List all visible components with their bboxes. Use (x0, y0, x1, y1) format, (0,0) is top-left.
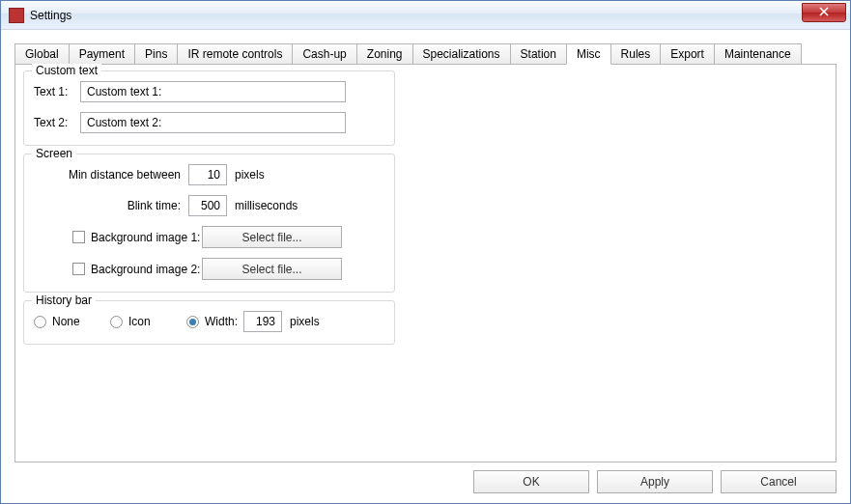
group-screen: Screen Min distance between pixels Blink… (23, 154, 395, 293)
label-text2: Text 2: (34, 116, 80, 129)
dialog-footer: OK Apply Cancel (14, 462, 837, 495)
group-custom-text: Custom text Text 1: Text 2: (23, 70, 395, 146)
label-bg1: Background image 1: (91, 231, 202, 244)
label-min-distance: Min distance between (34, 168, 188, 182)
group-title-custom: Custom text (32, 64, 101, 77)
button-select-file-2[interactable]: Select file... (202, 258, 342, 280)
tab-pins[interactable]: Pins (134, 43, 178, 64)
group-title-history: History bar (32, 294, 96, 307)
button-select-file-1[interactable]: Select file... (202, 226, 342, 248)
input-width[interactable] (243, 311, 282, 332)
tab-ir-remote[interactable]: IR remote controls (177, 43, 293, 64)
group-history-bar: History bar None Icon Width: pixels (23, 300, 395, 345)
tab-station[interactable]: Station (510, 43, 567, 64)
cancel-button[interactable]: Cancel (721, 470, 837, 493)
label-icon: Icon (128, 315, 186, 328)
tab-rules[interactable]: Rules (610, 43, 662, 64)
app-icon (9, 8, 24, 23)
titlebar: Settings (1, 1, 850, 30)
input-text1[interactable] (80, 81, 346, 102)
input-blink-time[interactable] (188, 195, 227, 216)
input-text2[interactable] (80, 112, 346, 133)
tab-global[interactable]: Global (14, 43, 70, 64)
label-width: Width: (205, 315, 243, 328)
radio-icon[interactable] (110, 316, 123, 328)
tab-payment[interactable]: Payment (69, 43, 135, 64)
radio-none[interactable] (34, 316, 46, 328)
input-min-distance[interactable] (188, 164, 227, 185)
label-text1: Text 1: (34, 85, 80, 98)
checkbox-bg1[interactable] (72, 231, 85, 243)
window-title: Settings (30, 9, 71, 22)
tab-export[interactable]: Export (660, 43, 715, 64)
tab-specializations[interactable]: Specializations (412, 43, 511, 64)
tab-misc[interactable]: Misc (566, 43, 611, 65)
label-bg2: Background image 2: (91, 263, 202, 276)
checkbox-bg2[interactable] (72, 263, 85, 275)
tab-content-misc: Custom text Text 1: Text 2: Screen Min d… (14, 65, 837, 462)
ok-button[interactable]: OK (473, 470, 589, 493)
tab-maintenance[interactable]: Maintenance (714, 43, 802, 64)
tab-cashup[interactable]: Cash-up (292, 43, 356, 64)
label-blink-time: Blink time: (34, 199, 188, 212)
apply-button[interactable]: Apply (597, 470, 713, 493)
close-button[interactable] (802, 3, 846, 22)
tab-zoning[interactable]: Zoning (356, 43, 413, 64)
client-area: Global Payment Pins IR remote controls C… (1, 30, 850, 503)
unit-pixels-1: pixels (235, 168, 265, 182)
label-none: None (52, 315, 110, 328)
settings-window: Settings Global Payment Pins IR remote c… (0, 0, 851, 504)
unit-pixels-2: pixels (290, 315, 320, 328)
radio-width[interactable] (186, 316, 199, 328)
unit-ms: milliseconds (235, 199, 298, 212)
tab-bar: Global Payment Pins IR remote controls C… (14, 43, 837, 65)
group-title-screen: Screen (32, 147, 76, 160)
close-icon (819, 7, 829, 16)
